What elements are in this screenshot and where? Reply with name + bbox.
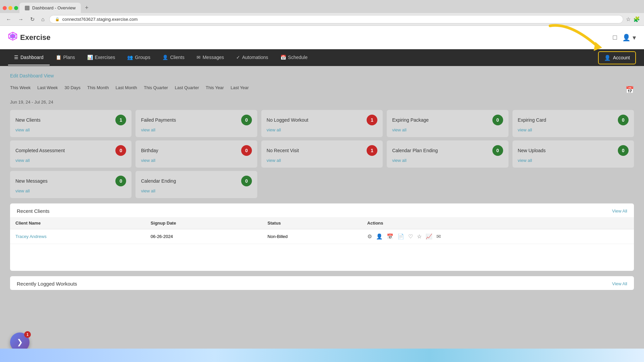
clients-icon: 👤 [162, 55, 168, 60]
new-tab-button[interactable]: + [82, 3, 91, 13]
card-top: No Logged Workout 1 [267, 115, 377, 125]
account-person-icon: 👤 [604, 55, 611, 61]
filter-last-week[interactable]: Last Week [37, 84, 58, 92]
close-dot[interactable] [3, 6, 7, 10]
card-expiring-card: Expiring Card 0 view all [513, 110, 634, 137]
forward-button[interactable]: → [16, 16, 25, 23]
col-actions: Actions [362, 217, 634, 229]
card-title: New Uploads [518, 148, 546, 153]
browser-tab[interactable]: Dashboard - Overview [19, 3, 81, 13]
view-all-expiring-card[interactable]: view all [518, 127, 629, 132]
nav-item-clients[interactable]: 👤 Clients [156, 50, 191, 65]
card-new-messages: New Messages 0 view all [10, 171, 131, 198]
filter-last-month[interactable]: Last Month [115, 84, 137, 92]
logged-workouts-view-all[interactable]: View All [612, 281, 627, 286]
user-icon[interactable]: 👤 [376, 233, 383, 240]
card-title: Expiring Package [392, 117, 429, 123]
filter-last-year[interactable]: Last Year [230, 84, 249, 92]
view-all-no-recent-visit[interactable]: view all [267, 158, 377, 163]
card-calendar-ending: Calendar Ending 0 view all [136, 171, 257, 198]
view-all-calendar-plan-ending[interactable]: view all [392, 158, 503, 163]
tab-title: Dashboard - Overview [32, 5, 75, 10]
square-icon[interactable]: □ [613, 34, 617, 41]
nav-item-schedule[interactable]: 📅 Schedule [274, 50, 314, 65]
view-all-birthday[interactable]: view all [141, 158, 252, 163]
chart-icon[interactable]: 📈 [426, 233, 432, 240]
nav-label-dashboard: Dashboard [20, 55, 44, 60]
nav-item-plans[interactable]: 📋 Plans [50, 50, 81, 65]
cards-row-2: Completed Assessment 0 view all Birthday… [10, 140, 634, 168]
logo-text: Exercise [20, 33, 51, 42]
view-all-expiring-package[interactable]: view all [392, 127, 503, 132]
floating-badge: 1 [24, 331, 31, 338]
card-badge: 0 [115, 176, 126, 186]
card-new-uploads: New Uploads 0 view all [513, 140, 634, 168]
calendar-icon[interactable]: 📅 [626, 86, 634, 94]
nav-label-plans: Plans [63, 55, 75, 60]
extensions-button[interactable]: 🧩 [633, 16, 640, 22]
settings-icon[interactable]: ⚙ [367, 233, 372, 240]
user-avatar[interactable]: 👤 ▾ [622, 34, 636, 42]
maximize-dot[interactable] [14, 6, 18, 10]
nav-item-automations[interactable]: ✓ Automations [230, 50, 274, 65]
cards-row-3: New Messages 0 view all Calendar Ending … [10, 171, 634, 198]
edit-dashboard-link[interactable]: Edit Dashboard View [10, 73, 54, 78]
col-client-name: Client Name [10, 217, 145, 229]
recent-clients-view-all[interactable]: View All [612, 208, 627, 214]
dashboard-icon: ☰ [14, 55, 18, 60]
groups-icon: 👥 [127, 55, 133, 60]
filter-this-quarter[interactable]: This Quarter [144, 84, 168, 92]
nav-item-exercises[interactable]: 📊 Exercises [81, 50, 121, 65]
view-all-completed-assessment[interactable]: view all [15, 158, 126, 163]
card-top: New Messages 0 [15, 176, 126, 186]
nav-label-clients: Clients [170, 55, 184, 60]
logged-workouts-section: Recently Logged Workouts View All [10, 276, 634, 290]
home-button[interactable]: ⌂ [39, 16, 47, 23]
card-badge: 0 [492, 145, 503, 156]
address-bar[interactable]: 🔒 connectst763627.staging.exercise.com [49, 15, 623, 23]
document-icon[interactable]: 📄 [397, 233, 404, 240]
view-all-calendar-ending[interactable]: view all [141, 188, 252, 193]
card-top: No Recent Visit 1 [267, 145, 377, 156]
nav-item-messages[interactable]: ✉ Messages [191, 50, 230, 65]
filter-30-days[interactable]: 30 Days [64, 84, 80, 92]
action-icons: ⚙ 👤 📅 📄 ♡ ☆ 📈 ✉ [367, 233, 629, 240]
star-icon[interactable]: ☆ [417, 233, 422, 240]
card-title: Calendar Plan Ending [392, 148, 438, 153]
back-button[interactable]: ← [4, 16, 13, 23]
view-all-new-clients[interactable]: view all [15, 127, 126, 132]
email-icon[interactable]: ✉ [436, 233, 441, 240]
schedule-icon: 📅 [280, 55, 286, 60]
filter-this-month[interactable]: This Month [87, 84, 109, 92]
nav-label-exercises: Exercises [95, 55, 115, 60]
nav-item-dashboard[interactable]: ☰ Dashboard [8, 50, 50, 65]
card-badge: 0 [492, 115, 503, 125]
account-button[interactable]: 👤 Account [598, 51, 636, 64]
date-filters-row: This Week Last Week 30 Days This Month L… [10, 84, 634, 96]
client-name-link[interactable]: Tracey Andrews [15, 234, 47, 239]
heart-icon[interactable]: ♡ [408, 233, 413, 240]
client-signup-date: 06-26-2024 [145, 229, 262, 244]
view-all-new-uploads[interactable]: view all [518, 158, 629, 163]
star-button[interactable]: ☆ [626, 16, 631, 22]
browser-tab-bar: Dashboard - Overview + [0, 0, 644, 13]
filter-last-quarter[interactable]: Last Quarter [175, 84, 199, 92]
card-top: Calendar Ending 0 [141, 176, 252, 186]
view-all-failed-payments[interactable]: view all [141, 127, 252, 132]
card-new-clients: New Clients 1 view all [10, 110, 131, 137]
minimize-dot[interactable] [8, 6, 12, 10]
browser-chrome: Dashboard - Overview + ← → ↻ ⌂ 🔒 connect… [0, 0, 644, 26]
card-top: Expiring Package 0 [392, 115, 503, 125]
refresh-button[interactable]: ↻ [28, 15, 37, 23]
messages-icon: ✉ [197, 55, 201, 60]
nav-item-groups[interactable]: 👥 Groups [121, 50, 156, 65]
card-badge: 1 [367, 145, 377, 156]
view-all-no-logged-workout[interactable]: view all [267, 127, 377, 132]
filter-this-week[interactable]: This Week [10, 84, 31, 92]
filter-this-year[interactable]: This Year [206, 84, 224, 92]
nav-label-schedule: Schedule [288, 55, 308, 60]
view-all-new-messages[interactable]: view all [15, 188, 126, 193]
card-completed-assessment: Completed Assessment 0 view all [10, 140, 131, 168]
card-top: New Clients 1 [15, 115, 126, 125]
calendar-icon[interactable]: 📅 [387, 233, 393, 240]
